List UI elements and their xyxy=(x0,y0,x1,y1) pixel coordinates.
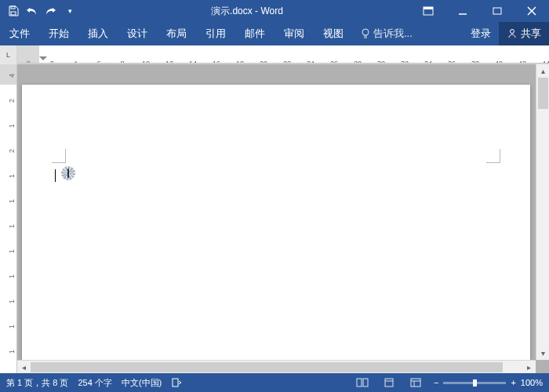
save-icon[interactable] xyxy=(6,4,20,18)
mouse-cursor-icon xyxy=(61,166,75,180)
horizontal-ruler[interactable]: 2246810121416182022242628303234363840424… xyxy=(17,45,549,64)
indent-marker[interactable] xyxy=(39,56,47,60)
tab-references[interactable]: 引用 xyxy=(196,22,235,45)
print-layout-icon[interactable] xyxy=(380,376,398,390)
svg-rect-15 xyxy=(385,379,393,387)
svg-rect-3 xyxy=(424,7,433,9)
ruler-corner[interactable]: L xyxy=(0,45,17,64)
tab-mailings[interactable]: 邮件 xyxy=(235,22,274,45)
svg-rect-5 xyxy=(493,8,501,14)
svg-rect-1 xyxy=(11,12,16,15)
undo-icon[interactable] xyxy=(25,4,39,18)
scroll-down-icon[interactable]: ▾ xyxy=(536,347,549,360)
login-link[interactable]: 登录 xyxy=(463,27,499,41)
qat-dropdown-icon[interactable]: ▾ xyxy=(63,4,77,18)
text-cursor xyxy=(55,169,56,182)
scroll-right-icon[interactable]: ▸ xyxy=(522,361,536,374)
tell-me-label: 告诉我... xyxy=(373,27,413,41)
status-page[interactable]: 第 1 页，共 8 页 xyxy=(6,377,68,389)
window-title: 演示.docx - Word xyxy=(83,5,411,18)
svg-rect-17 xyxy=(411,379,420,387)
tab-file[interactable]: 文件 xyxy=(0,22,39,45)
hscroll-thumb[interactable] xyxy=(31,362,503,372)
scroll-left-icon[interactable]: ◂ xyxy=(17,361,31,374)
tab-design[interactable]: 设计 xyxy=(118,22,157,45)
share-button[interactable]: 共享 xyxy=(499,22,549,45)
svg-rect-12 xyxy=(173,379,178,387)
tell-me-search[interactable]: 告诉我... xyxy=(353,27,420,41)
status-word-count[interactable]: 254 个字 xyxy=(78,377,111,389)
vertical-ruler[interactable]: 421211111111 xyxy=(0,64,17,373)
redo-icon[interactable] xyxy=(44,4,58,18)
tab-view[interactable]: 视图 xyxy=(314,22,353,45)
svg-rect-13 xyxy=(357,379,362,387)
tab-review[interactable]: 审阅 xyxy=(274,22,314,45)
minimize-icon[interactable] xyxy=(445,0,480,22)
vscroll-thumb[interactable] xyxy=(538,78,548,109)
tab-layout[interactable]: 布局 xyxy=(157,22,196,45)
share-label: 共享 xyxy=(521,27,541,41)
zoom-in-icon[interactable]: + xyxy=(511,378,515,387)
vertical-scrollbar[interactable]: ▴ ▾ xyxy=(536,64,549,360)
tab-insert[interactable]: 插入 xyxy=(78,22,118,45)
svg-rect-14 xyxy=(363,379,368,387)
zoom-slider[interactable] xyxy=(443,382,506,384)
lightbulb-icon xyxy=(361,28,370,39)
svg-rect-0 xyxy=(11,6,15,9)
margin-mark-tr xyxy=(486,149,500,163)
status-language[interactable]: 中文(中国) xyxy=(122,377,162,389)
read-mode-icon[interactable] xyxy=(354,376,371,390)
share-icon xyxy=(507,28,518,39)
svg-point-8 xyxy=(362,29,369,35)
page[interactable] xyxy=(22,85,530,373)
document-area[interactable]: ▴ ▾ xyxy=(17,64,549,373)
horizontal-scrollbar[interactable]: ◂ ▸ xyxy=(17,360,536,373)
track-changes-icon[interactable] xyxy=(171,377,182,388)
scroll-up-icon[interactable]: ▴ xyxy=(536,64,549,78)
zoom-out-icon[interactable]: − xyxy=(434,378,438,387)
svg-point-11 xyxy=(511,30,514,34)
tab-home[interactable]: 开始 xyxy=(39,22,78,45)
margin-mark-tl xyxy=(52,149,66,163)
zoom-level[interactable]: 100% xyxy=(521,378,543,387)
maximize-icon[interactable] xyxy=(480,0,514,22)
ribbon-options-icon[interactable] xyxy=(411,0,445,22)
close-icon[interactable] xyxy=(514,0,549,22)
web-layout-icon[interactable] xyxy=(407,376,424,390)
